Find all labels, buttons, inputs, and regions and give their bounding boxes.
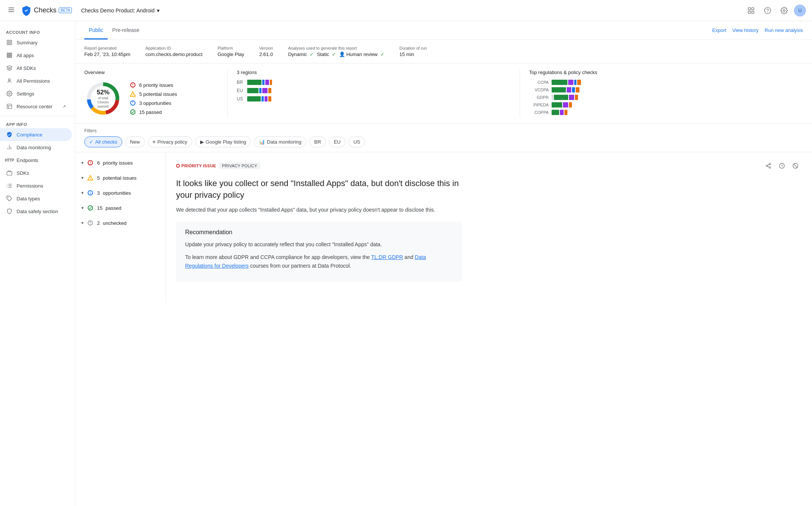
privacy-policy-tag: PRIVACY POLICY [219, 162, 260, 169]
block-button[interactable] [789, 160, 801, 172]
reg-label: COPPA [529, 110, 549, 115]
tab-prerelease[interactable]: Pre-release [108, 21, 144, 39]
compliance-icon [6, 131, 13, 138]
sidebar-item-sdks[interactable]: SDKs [0, 167, 72, 179]
analysis-static: Static ✓ [317, 52, 336, 57]
filter-chip-us[interactable]: US [348, 136, 365, 147]
bar-segment [572, 87, 575, 92]
bar-segment [265, 96, 268, 102]
priority-legend-text: 6 priority issues [139, 82, 173, 88]
opportunities-legend-text: 3 opportunities [139, 100, 171, 106]
regions-panel: 3 regions BR EU US [227, 70, 520, 117]
reg-bar [552, 80, 803, 85]
recommendation-links-text: To learn more about GDPR and CCPA compli… [185, 253, 453, 270]
detail-panel: PRIORITY ISSUE PRIVACY POLICY [166, 152, 812, 303]
bar-segment [259, 88, 262, 93]
reg-row-vcdpa: VCDPA [529, 87, 803, 92]
sdks-icon [6, 170, 13, 176]
sidebar-item-all-permissions[interactable]: All Permissions [0, 74, 72, 87]
bar-segment [554, 95, 568, 100]
sidebar-item-resource-center[interactable]: Resource center ↗ [0, 100, 72, 113]
share-button[interactable] [762, 160, 774, 172]
bar-segment [563, 102, 568, 108]
result-group-potential[interactable]: ▾ 5 potential issues [75, 170, 165, 185]
svg-point-53 [90, 164, 91, 164]
app-name: Checks [34, 6, 56, 14]
filters-label: Filters [84, 128, 803, 133]
reg-label: CCPA [529, 80, 549, 85]
filter-chip-br[interactable]: BR [309, 136, 326, 147]
legend-priority: 6 priority issues [129, 82, 177, 88]
sidebar-item-data-types[interactable]: Data types [0, 192, 72, 205]
history-button[interactable] [776, 160, 788, 172]
filter-chip-new[interactable]: New [125, 136, 145, 147]
svg-rect-13 [10, 43, 12, 45]
result-group-opportunities[interactable]: ▾ 3 opportunities [75, 185, 165, 200]
regulations-panel: Top regulations & policy checks CCPA VCD… [520, 70, 803, 117]
result-group-label: opportunities [103, 190, 131, 196]
regulations-title: Top regulations & policy checks [529, 70, 803, 75]
customize-button[interactable] [744, 4, 758, 17]
all-sdks-icon [6, 65, 13, 71]
sidebar-item-data-safety[interactable]: Data safety section [0, 205, 72, 218]
all-permissions-label: All Permissions [17, 78, 50, 84]
svg-rect-20 [7, 56, 8, 58]
result-group-priority[interactable]: ▾ 6 priority issues [75, 155, 165, 170]
sidebar-item-data-monitoring[interactable]: Data monitoring [0, 141, 72, 154]
run-analysis-button[interactable]: Run new analysis [765, 24, 803, 36]
sidebar-item-all-sdks[interactable]: All SDKs [0, 62, 72, 74]
result-group-icon-opportunities [87, 189, 94, 197]
svg-rect-29 [7, 172, 12, 175]
reg-row-coppa: COPPA [529, 110, 803, 115]
result-group-passed[interactable]: ▾ 15 passed [75, 200, 165, 215]
sidebar-item-permissions[interactable]: Permissions [0, 179, 72, 192]
sidebar-item-compliance[interactable]: Compliance [0, 128, 72, 141]
chip-icon: 📊 [259, 139, 265, 145]
product-selector[interactable]: Checks Demo Product: Android ▾ [76, 5, 164, 16]
result-group-unchecked[interactable]: ▾ 2 unchecked [75, 215, 165, 230]
svg-rect-10 [7, 40, 9, 42]
filter-chip-data-monitoring[interactable]: 📊Data monitoring [254, 136, 306, 147]
meta-app-id: Application ID com.checks.demo.product [145, 46, 202, 57]
results-list: ▾ 6 priority issues ▾ 5 potential issues… [75, 152, 166, 303]
sidebar-item-summary[interactable]: Summary [0, 36, 72, 49]
bar-segment [552, 102, 562, 108]
filter-chip-privacy-policy[interactable]: ≡Privacy policy [148, 136, 192, 147]
sidebar-divider [0, 116, 75, 116]
sidebar-item-settings[interactable]: Settings [0, 87, 72, 100]
regulations-bars: CCPA VCDPA GDPR PIPEDA COPPA [529, 80, 803, 115]
tldr-gdpr-link[interactable]: TL;DR GDPR [371, 254, 403, 260]
settings-button[interactable] [777, 4, 791, 17]
tab-public[interactable]: Public [84, 21, 108, 39]
bar-segment [262, 96, 264, 102]
logo-area: Checks BETA [21, 5, 72, 16]
filter-chip-google-play[interactable]: ▶Google Play listing [195, 136, 251, 147]
filter-chip-all-checks[interactable]: ✓All checks [84, 136, 122, 147]
summary-icon [6, 39, 13, 46]
result-group-icon-passed [87, 204, 94, 212]
region-bar [247, 88, 511, 93]
user-avatar[interactable]: U [794, 5, 806, 17]
legend-passed: 15 passed [129, 109, 177, 115]
export-button[interactable]: Export [712, 24, 727, 36]
overview-panel: Overview [84, 70, 227, 117]
help-button[interactable] [761, 4, 774, 17]
svg-rect-22 [11, 56, 12, 58]
overview-title: Overview [84, 70, 177, 75]
reg-bar [552, 102, 803, 108]
chevron-icon: ▾ [81, 220, 84, 226]
region-bar [247, 80, 511, 85]
reg-row-gdpr: GDPR [529, 95, 803, 100]
sidebar-item-endpoints[interactable]: HTTP Endpoints [0, 154, 72, 167]
menu-button[interactable] [6, 5, 17, 16]
view-history-button[interactable]: View history [732, 24, 759, 36]
bar-segment [265, 80, 269, 85]
priority-icon [129, 82, 136, 88]
legend-opportunities: 3 opportunities [129, 100, 177, 106]
resource-center-label: Resource center [17, 104, 52, 109]
sidebar-item-all-apps[interactable]: All apps [0, 49, 72, 62]
filters-section: Filters ✓All checksNew≡Privacy policy▶Go… [75, 124, 812, 152]
main-content: Public Pre-release Export View history R… [75, 21, 812, 506]
bar-segment [262, 88, 268, 93]
filter-chip-eu[interactable]: EU [329, 136, 345, 147]
